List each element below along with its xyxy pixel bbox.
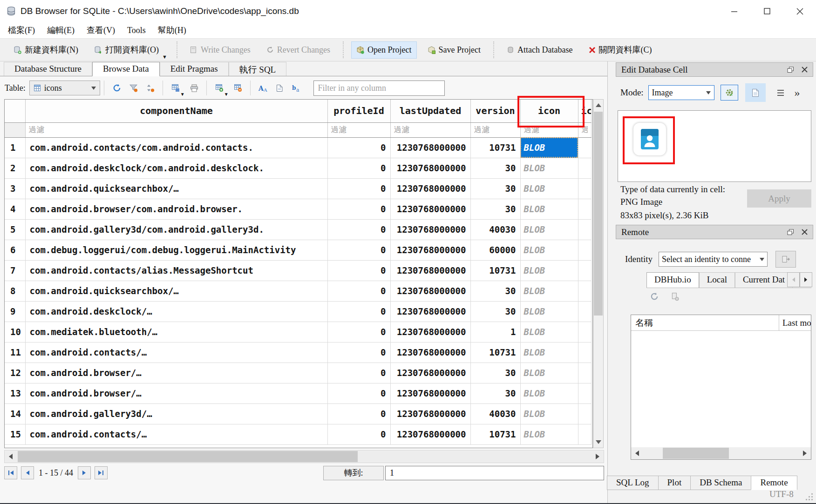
menu-file[interactable]: 檔案(F) [2,24,41,37]
close-panel-icon[interactable] [802,67,808,73]
cell-componentname[interactable]: com.android.contacts/com.android.contact… [25,137,327,158]
cell-lastupdated[interactable]: 1230768000000 [390,342,470,363]
cell-icon-blob[interactable]: BLOB [520,199,578,219]
cell-componentname[interactable]: com.android.quicksearchbox/… [25,281,327,301]
maximize-button[interactable] [751,0,783,22]
cell-version[interactable]: 40030 [470,403,520,424]
cell-profileid[interactable]: 0 [327,322,390,342]
cell-lastupdated[interactable]: 1230768000000 [390,219,470,240]
row-number[interactable]: 13 [5,383,25,403]
table-row[interactable]: 3 com.android.quicksearchbox/… 0 1230768… [5,178,591,199]
cell-componentname[interactable]: com.android.deskclock/… [25,301,327,322]
cell-version[interactable]: 30 [470,158,520,178]
cell-componentname[interactable]: com.android.contacts/alias.MessageShortc… [25,260,327,281]
row-number[interactable]: 6 [5,240,25,260]
cell-profileid[interactable]: 0 [327,424,390,444]
row-number[interactable]: 3 [5,178,25,199]
table-row[interactable]: 5 com.android.gallery3d/com.android.gall… [5,219,591,240]
table-row[interactable]: 2 com.android.deskclock/com.android.desk… [5,158,591,178]
cell-icon-blob[interactable]: BLOB [520,260,578,281]
clear-filters-button[interactable] [125,79,142,97]
cell-lastupdated[interactable]: 1230768000000 [390,363,470,383]
remote-horizontal-scrollbar[interactable] [631,447,811,459]
row-number[interactable]: 9 [5,301,25,322]
text-mode-button[interactable] [745,83,766,102]
last-record-button[interactable] [95,466,108,479]
cell-icon-blob[interactable]: BLOB [520,363,578,383]
cell-version[interactable]: 1 [470,322,520,342]
filter-profileid-input[interactable] [327,122,390,137]
cell-componentname[interactable]: com.debug.loggerui/com.debug.loggerui.Ma… [25,240,327,260]
table-row[interactable]: 9 com.android.deskclock/… 0 123076800000… [5,301,591,322]
table-row[interactable]: 15 com.android.contacts/… 0 123076800000… [5,424,591,444]
remote-refresh-icon[interactable] [650,292,659,301]
first-record-button[interactable] [4,466,17,479]
cell-componentname[interactable]: com.android.browser/… [25,383,327,403]
tab-scroll-right-icon[interactable] [800,272,812,287]
cell-profileid[interactable]: 0 [327,158,390,178]
menu-view[interactable]: 查看(V) [81,24,121,37]
column-header-profileid[interactable]: profileId [327,100,390,122]
cell-icon-blob[interactable]: BLOB [520,281,578,301]
table-row[interactable]: 13 com.android.browser/… 0 1230768000000… [5,383,591,403]
refresh-button[interactable] [109,79,125,97]
close-panel-icon[interactable] [802,229,808,235]
remote-last-modified-header[interactable]: Last mo [779,318,811,328]
word-wrap-icon[interactable] [770,85,789,101]
cell-version[interactable]: 10731 [470,137,520,158]
horizontal-scroll-thumb[interactable] [18,451,358,462]
remote-clone-icon[interactable] [671,292,679,301]
resize-grip-icon[interactable] [806,493,813,501]
vertical-scroll-thumb[interactable] [594,112,603,316]
remote-scroll-thumb[interactable] [663,448,729,459]
cell-icon-blob[interactable]: BLOB [520,219,578,240]
print-button[interactable] [186,79,203,97]
row-number[interactable]: 12 [5,363,25,383]
cell-componentname[interactable]: com.android.quicksearchbox/… [25,178,327,199]
cell-version[interactable]: 30 [470,199,520,219]
cell-profileid[interactable]: 0 [327,403,390,424]
cell-lastupdated[interactable]: 1230768000000 [390,199,470,219]
scroll-right-icon[interactable] [799,447,811,459]
revert-changes-button[interactable]: Revert Changes [261,41,335,59]
row-number[interactable]: 1 [5,137,25,158]
cell-lastupdated[interactable]: 1230768000000 [390,383,470,403]
tab-execute-sql[interactable]: 執行 SQL [229,62,287,76]
table-row[interactable]: 1 com.android.contacts/com.android.conta… [5,137,591,158]
cell-componentname[interactable]: com.android.browser/com.android.browser. [25,199,327,219]
next-record-button[interactable] [78,466,91,479]
cell-version[interactable]: 60000 [470,240,520,260]
close-database-button[interactable]: 關閉資料庫(C) [584,40,657,59]
cell-lastupdated[interactable]: 1230768000000 [390,158,470,178]
cell-icon-blob[interactable]: BLOB [520,322,578,342]
cell-version[interactable]: 30 [470,363,520,383]
cell-icon-blob[interactable]: BLOB [520,342,578,363]
cell-lastupdated[interactable]: 1230768000000 [390,178,470,199]
save-results-dropdown-icon[interactable]: ▼ [180,92,185,97]
cell-profileid[interactable]: 0 [327,219,390,240]
row-number[interactable]: 14 [5,403,25,424]
panel-splitter[interactable] [607,61,608,504]
corner-header[interactable] [5,100,25,122]
row-number[interactable]: 8 [5,281,25,301]
cell-componentname[interactable]: com.android.deskclock/com.android.deskcl… [25,158,327,178]
table-row[interactable]: 8 com.android.quicksearchbox/… 0 1230768… [5,281,591,301]
cell-profileid[interactable]: 0 [327,178,390,199]
cell-icon-blob[interactable]: BLOB [520,158,578,178]
table-row[interactable]: 4 com.android.browser/com.android.browse… [5,199,591,219]
previous-record-button[interactable] [21,466,34,479]
import-data-button[interactable] [721,85,738,101]
table-select[interactable]: icons [29,81,100,95]
more-tools-icon[interactable]: » [795,87,800,99]
cell-version[interactable]: 30 [470,281,520,301]
cell-icon-blob[interactable]: BLOB [520,403,578,424]
cell-version[interactable]: 10731 [470,424,520,444]
cell-profileid[interactable]: 0 [327,301,390,322]
cell-componentname[interactable]: com.android.gallery3d/com.android.galler… [25,219,327,240]
menu-help[interactable]: 幫助(H) [152,24,192,37]
cell-version[interactable]: 10731 [470,342,520,363]
tab-scroll-left-icon[interactable] [787,272,800,287]
cell-version[interactable]: 30 [470,301,520,322]
open-database-button[interactable]: 打開資料庫(O) [89,40,164,59]
cell-lastupdated[interactable]: 1230768000000 [390,281,470,301]
